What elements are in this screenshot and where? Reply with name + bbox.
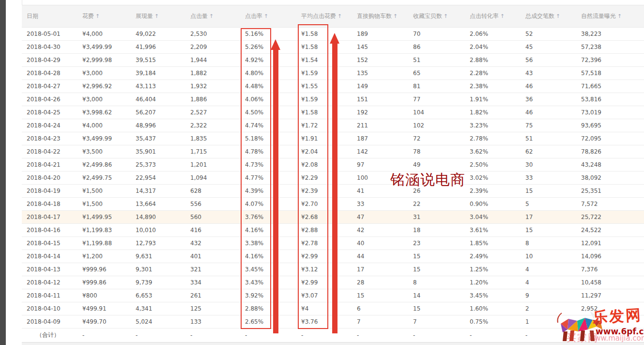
table-cell: 4,341 <box>131 302 185 315</box>
table-cell: 15 <box>521 224 576 237</box>
table-cell: 40 <box>352 237 408 250</box>
sort-asc-icon[interactable]: ↑ <box>154 13 159 19</box>
annotation-box-ctr-column <box>241 28 271 329</box>
table-cell: 72,396 <box>576 54 644 67</box>
table-cell: ¥499.70 <box>77 315 131 329</box>
table-cell: ¥2,999.98 <box>77 54 131 67</box>
table-cell: 46 <box>521 106 576 119</box>
table-cell: 416 <box>185 224 240 237</box>
table-cell: 261 <box>185 289 240 302</box>
total-cell: - <box>77 329 131 342</box>
sort-asc-icon[interactable]: ↑ <box>95 13 100 19</box>
table-cell: ¥1,500 <box>77 185 131 198</box>
table-cell: 14,096 <box>576 250 644 263</box>
table-cell: 3.02% <box>465 172 521 185</box>
column-label: 点击率 <box>245 13 262 19</box>
table-cell: ¥3,500 <box>77 145 131 158</box>
table-cell: 41,996 <box>131 41 185 54</box>
table-cell: 2.88% <box>465 54 521 67</box>
sort-asc-icon[interactable]: ↑ <box>264 13 268 19</box>
column-header[interactable]: 直接购物车数↑ <box>352 5 408 28</box>
table-cell: 10 <box>521 250 576 263</box>
table-cell: ¥499.91 <box>77 302 131 315</box>
sort-asc-icon[interactable]: ↑ <box>209 13 214 19</box>
table-cell: 1,835 <box>185 132 240 145</box>
table-cell: 211 <box>352 119 408 132</box>
table-cell: 65 <box>408 67 465 80</box>
table-cell: 5 <box>521 198 576 211</box>
table-cell: 1.91% <box>465 93 521 106</box>
table-cell: 432 <box>185 237 240 250</box>
table-cell: 30 <box>521 158 576 172</box>
table-cell: 43,248 <box>576 158 644 172</box>
sort-asc-icon[interactable]: ↑ <box>617 13 622 19</box>
column-label: 日期 <box>27 13 38 19</box>
table-cell: 93,695 <box>576 119 644 132</box>
total-cell: - <box>185 329 240 342</box>
table-cell: 2.78% <box>465 132 521 145</box>
table-cell: 18 <box>408 224 465 237</box>
table-cell: 14,890 <box>131 211 185 224</box>
table-cell: 3.04% <box>465 211 521 224</box>
column-header[interactable]: 点击率↑ <box>240 5 296 28</box>
table-cell: ¥2,996.92 <box>77 80 131 93</box>
table-cell: 1,201 <box>185 158 240 172</box>
column-header[interactable]: 点击转化率↑ <box>465 5 521 28</box>
watermark-site-url: www.6pf.cn <box>596 327 644 336</box>
table-cell: 2,527 <box>185 106 240 119</box>
column-header[interactable]: 自然流量曝光↑ <box>576 5 644 28</box>
table-cell: 4 <box>521 276 576 289</box>
column-header[interactable]: 点击量↑ <box>185 5 240 28</box>
table-cell: 17 <box>521 211 576 224</box>
table-cell: 1.20% <box>465 276 521 289</box>
table-cell: ¥2,499.75 <box>77 172 131 185</box>
table-cell: 10,010 <box>131 224 185 237</box>
table-cell: 57,518 <box>576 67 644 80</box>
table-cell: 2.38% <box>465 80 521 93</box>
table-footer-strip <box>22 342 644 345</box>
table-cell: 15 <box>352 289 408 302</box>
table-cell: ¥800 <box>77 289 131 302</box>
table-cell: 192 <box>352 106 408 119</box>
table-cell: 187 <box>352 132 408 145</box>
table-cell: 1,094 <box>185 172 240 185</box>
table-cell: 73,019 <box>576 106 644 119</box>
table-cell: 2.06% <box>465 28 521 41</box>
column-header[interactable]: 展现量↑ <box>131 5 185 28</box>
up-arrow-shaft <box>332 43 337 333</box>
sort-asc-icon[interactable]: ↑ <box>500 13 505 19</box>
sort-asc-icon[interactable]: ↑ <box>337 13 342 19</box>
sort-asc-icon[interactable]: ↑ <box>556 13 560 19</box>
table-cell: 35,901 <box>131 145 185 158</box>
table-cell: 6,653 <box>131 289 185 302</box>
table-cell: 152 <box>352 54 408 67</box>
center-watermark-text: 铭涵说电商 <box>390 170 465 190</box>
column-header[interactable]: 总成交笔数↑ <box>521 5 576 28</box>
table-cell: 189 <box>352 28 408 41</box>
column-label: 平均点击花费 <box>301 13 336 19</box>
column-header[interactable]: 花费↑ <box>77 5 131 28</box>
table-cell: ¥1,199.83 <box>77 224 131 237</box>
sort-asc-icon[interactable]: ↑ <box>393 13 398 19</box>
table-cell: 31 <box>408 211 465 224</box>
table-cell: ¥999.86 <box>77 276 131 289</box>
table-cell: 35,437 <box>131 132 185 145</box>
table-cell: 46 <box>521 80 576 93</box>
column-header[interactable]: 收藏宝贝数↑ <box>408 5 465 28</box>
table-cell: 2018-04-23 <box>22 132 77 145</box>
up-arrow-icon <box>271 39 280 50</box>
table-cell: 135 <box>352 67 408 80</box>
table-cell: 1.60% <box>465 302 521 315</box>
table-cell: 71,665 <box>576 80 644 93</box>
table-cell: 14 <box>408 289 465 302</box>
table-cell: ¥3,499.99 <box>77 132 131 145</box>
table-cell: 102 <box>408 119 465 132</box>
table-cell: 8 <box>521 237 576 250</box>
table-cell: 1,886 <box>185 93 240 106</box>
table-cell: 25,351 <box>576 185 644 198</box>
table-cell: 2018-04-09 <box>22 315 77 329</box>
table-cell: 62 <box>521 145 576 158</box>
table-cell: 2.04% <box>465 41 521 54</box>
table-cell: 2018-04-10 <box>22 302 77 315</box>
sort-asc-icon[interactable]: ↑ <box>444 13 448 19</box>
